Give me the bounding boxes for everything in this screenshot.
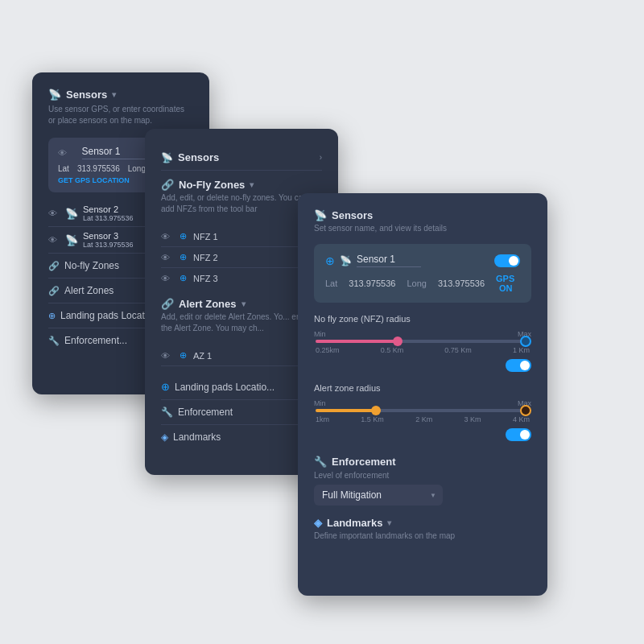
sensors-chevron-down: ▾	[112, 90, 116, 99]
nfz-radius-section: No fly zone (NFZ) radius Min Max 0.25km0…	[314, 314, 531, 372]
enforcement-section: 🔧 Enforcement Level of enforcement Full …	[314, 452, 531, 506]
nfz2-eye: 👁	[161, 253, 170, 262]
landmarks-subtitle: Define important landmarks on the map	[314, 530, 531, 542]
eye-icon-2: 👁	[48, 208, 57, 218]
nfz-slider-track	[316, 340, 530, 343]
card3-sensors-header: 📡 Sensors	[314, 209, 531, 221]
nfz-slider-fill	[316, 340, 397, 343]
nfz1-eye: 👁	[161, 232, 170, 242]
card2-landing-icon: ⊕	[161, 381, 170, 393]
card2-alert-icon: 🔗	[161, 298, 174, 310]
enforcement-select[interactable]: Full Mitigation Alert Only Track Only	[314, 485, 443, 506]
nfz-radius-minmax: Min Max	[314, 330, 531, 338]
alert-slider-track	[316, 409, 530, 412]
nfz-radius-label: No fly zone (NFZ) radius	[314, 314, 531, 324]
alert-radius-slider-container: 1km1.5 Km2 Km3 Km4 Km	[314, 409, 531, 423]
alert-radius-minmax: Min Max	[314, 399, 531, 407]
scene: 📡 Sensors ▾ Use sensor GPS, or enter coo…	[32, 48, 612, 596]
alert-radius-toggle-row	[314, 428, 531, 441]
card2-alert-chevron: ▾	[242, 299, 246, 308]
nfz3-add: ⊕	[180, 273, 187, 283]
nfz-radius-toggle[interactable]	[506, 359, 531, 372]
card1-subtitle: Use sensor GPS, or enter coordinates or …	[48, 104, 193, 126]
enforcement-header: 🔧 Enforcement	[314, 456, 531, 468]
card3-sensor-coords: Lat 313.975536 Long 313.975536 GPS ON	[325, 274, 520, 293]
nfz-slider-thumb[interactable]	[393, 336, 402, 346]
card3-sensor-icon2: 📡	[340, 255, 352, 266]
alert-nav-icon: 🔗	[48, 286, 60, 296]
card3-sensors-subtitle: Set sensor name, and view its details	[314, 223, 531, 234]
alert-radius-toggle[interactable]	[506, 428, 531, 441]
nfz-radius-slider-container: 0.25km0.5 Km0.75 Km1 Km	[314, 340, 531, 354]
landmarks-header: ◈ Landmarks ▾	[314, 517, 531, 529]
sensor-icon: 📡	[48, 89, 61, 101]
eye-icon-1: 👁	[58, 148, 67, 158]
alert-slider-thumb[interactable]	[371, 406, 381, 415]
card2-sensors-chevron: ›	[320, 153, 322, 162]
sensor3-icon: 📡	[65, 234, 78, 246]
card3-sensor-icon: 📡	[314, 209, 327, 221]
alert-slider-end-btn[interactable]	[520, 405, 531, 416]
card2-sensor-icon: 📡	[161, 152, 173, 163]
sensor2-coords: Lat 313.975536	[83, 214, 134, 222]
alert-slider-fill	[316, 409, 375, 412]
az1-add: ⊕	[180, 350, 187, 361]
card2-enforce-icon: 🔧	[161, 407, 173, 418]
enforcement-subtitle: Level of enforcement	[314, 471, 531, 480]
eye-icon-3: 👁	[48, 235, 57, 245]
card3-sensor-name: Sensor 1	[357, 254, 421, 267]
sensor-1-name: Sensor 1	[82, 146, 147, 159]
card2-nfz-chevron: ▾	[250, 180, 254, 189]
nfz3-eye: 👁	[161, 274, 170, 283]
gps-on-label: GPS ON	[496, 274, 520, 293]
nfz1-add: ⊕	[180, 231, 187, 242]
enforcement-nav-icon: 🔧	[48, 336, 60, 346]
card1-sensors-header: 📡 Sensors ▾	[48, 89, 193, 101]
landing-nav-icon: ⊕	[48, 311, 56, 321]
card2-landmark-icon: ◈	[161, 431, 168, 443]
enforcement-select-wrapper: Full Mitigation Alert Only Track Only	[314, 485, 443, 506]
enforcement-icon: 🔧	[314, 456, 327, 468]
sensor3-coords: Lat 313.975536	[83, 241, 134, 249]
sensor2-icon: 📡	[65, 208, 78, 220]
nfz-radius-toggle-row	[314, 359, 531, 372]
nfz-nav-icon: 🔗	[48, 261, 60, 271]
nfz-slider-labels: 0.25km0.5 Km0.75 Km1 Km	[316, 346, 530, 354]
alert-radius-label: Alert zone radius	[314, 383, 531, 393]
card2-nfz-header: 🔗 No-Fly Zones ▾	[161, 179, 322, 191]
landmarks-section: ◈ Landmarks ▾ Define important landmarks…	[314, 517, 531, 542]
alert-slider-labels: 1km1.5 Km2 Km3 Km4 Km	[316, 415, 530, 423]
nfz-slider-end-btn[interactable]	[520, 336, 531, 347]
card2-nfz-icon: 🔗	[161, 179, 174, 191]
alert-radius-section: Alert zone radius Min Max 1km1.5 Km2 Km3…	[314, 383, 531, 441]
landmarks-chevron: ▾	[387, 518, 391, 527]
card-front: 📡 Sensors Set sensor name, and view its …	[298, 193, 547, 596]
card2-sensors-nav[interactable]: 📡 Sensors ›	[161, 145, 322, 171]
plus-icon: ⊕	[325, 254, 335, 267]
landmarks-icon: ◈	[314, 517, 322, 529]
card3-sensor-toggle[interactable]	[494, 254, 520, 267]
nfz2-add: ⊕	[180, 252, 187, 262]
sensor-detail-card: ⊕ 📡 Sensor 1 Lat 313.975536 Long 313.975…	[314, 244, 531, 303]
az1-eye: 👁	[161, 351, 170, 361]
